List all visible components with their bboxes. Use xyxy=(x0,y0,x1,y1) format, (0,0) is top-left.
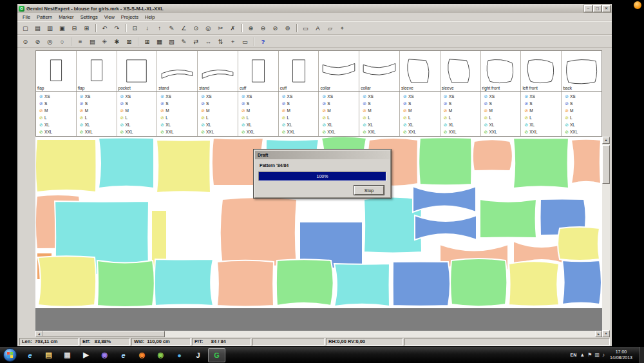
menu-settings[interactable]: Settings xyxy=(77,14,101,20)
size-item-xxl[interactable]: ⊘XXL xyxy=(242,128,278,135)
select-tool-icon[interactable]: ⊡ xyxy=(129,23,140,34)
grid-icon[interactable]: ⊞ xyxy=(142,36,153,46)
delete-tool-icon[interactable]: ✗ xyxy=(227,23,238,34)
size-item-xs[interactable]: ⊘XS xyxy=(363,93,399,100)
nested-piece[interactable] xyxy=(334,264,390,306)
lock-piece-icon[interactable]: ⊠ xyxy=(124,36,135,46)
size-item-s[interactable]: ⊘S xyxy=(403,100,440,107)
size-item-xl[interactable]: ⊘XL xyxy=(565,121,601,128)
size-item-xxl[interactable]: ⊘XXL xyxy=(403,128,440,135)
size-item-s[interactable]: ⊘S xyxy=(160,100,197,107)
nested-piece[interactable] xyxy=(393,262,450,306)
size-item-m[interactable]: ⊘M xyxy=(39,107,76,114)
firefox-icon[interactable]: ◉ xyxy=(133,348,151,362)
pattern-back[interactable]: back xyxy=(562,51,601,91)
size-item-m[interactable]: ⊘M xyxy=(444,107,480,114)
flag-icon[interactable]: ⚑ xyxy=(587,352,592,358)
close-button[interactable]: ✕ xyxy=(602,5,611,12)
size-item-s[interactable]: ⊘S xyxy=(201,100,238,107)
size-item-xxl[interactable]: ⊘XXL xyxy=(282,128,319,135)
nested-piece[interactable] xyxy=(217,260,274,307)
size-item-xs[interactable]: ⊘XS xyxy=(120,93,157,100)
pattern-sleeve[interactable]: sleeve xyxy=(440,51,481,91)
size-item-m[interactable]: ⊘M xyxy=(201,107,238,114)
start-button[interactable] xyxy=(3,348,17,362)
title-bar[interactable]: G Gemini NestExpert - blouse for girls.m… xyxy=(17,4,612,13)
pattern-stand[interactable]: stand xyxy=(198,51,238,91)
size-item-l[interactable]: ⊘L xyxy=(242,114,278,121)
size-item-xl[interactable]: ⊘XL xyxy=(524,121,561,128)
size-item-l[interactable]: ⊘L xyxy=(565,114,601,121)
vertical-scrollbar[interactable]: ▲ ▼ xyxy=(602,137,610,337)
size-item-xs[interactable]: ⊘XS xyxy=(242,93,278,100)
point-tool-icon[interactable]: ⊙ xyxy=(191,23,202,34)
size-item-s[interactable]: ⊘S xyxy=(39,100,76,107)
size-item-xl[interactable]: ⊘XL xyxy=(363,121,399,128)
zoom-previous-icon[interactable]: ⊘ xyxy=(32,36,43,46)
size-item-xs[interactable]: ⊘XS xyxy=(484,93,521,100)
hscroll-thumb[interactable] xyxy=(43,331,165,337)
pattern-sleeve[interactable]: sleeve xyxy=(400,51,440,91)
scroll-right-icon[interactable]: ► xyxy=(595,331,602,337)
java-app-icon[interactable]: J xyxy=(189,348,207,362)
size-item-xs[interactable]: ⊘XS xyxy=(282,93,319,100)
hidden-icons-icon[interactable]: ▲ xyxy=(580,352,585,358)
size-item-m[interactable]: ⊘M xyxy=(363,107,399,114)
redo-icon[interactable]: ↷ xyxy=(111,23,122,34)
network-icon[interactable]: ▥ xyxy=(594,352,600,358)
nested-piece[interactable] xyxy=(450,259,507,306)
zoom-all-icon[interactable]: ◎ xyxy=(44,36,55,46)
stop-button[interactable]: Stop xyxy=(354,186,384,195)
nested-piece[interactable] xyxy=(571,139,601,184)
pattern-flap[interactable]: flap xyxy=(36,51,77,91)
media-library-icon[interactable]: ▦ xyxy=(59,348,76,362)
shape-tool-icon[interactable]: ▱ xyxy=(325,23,336,34)
size-item-xxl[interactable]: ⊘XXL xyxy=(201,128,238,135)
scroll-left-icon[interactable]: ◄ xyxy=(35,331,43,337)
size-item-l[interactable]: ⊘L xyxy=(444,114,480,121)
rotate-tool-icon[interactable]: ◎ xyxy=(203,23,214,34)
size-item-m[interactable]: ⊘M xyxy=(80,107,117,114)
nested-piece[interactable] xyxy=(35,139,96,192)
reference-tool-icon[interactable]: ⌖ xyxy=(337,23,348,34)
vscroll-track[interactable] xyxy=(602,144,610,330)
nested-piece[interactable] xyxy=(99,138,154,188)
add-point-icon[interactable]: + xyxy=(227,36,238,46)
size-item-xl[interactable]: ⊘XL xyxy=(39,121,76,128)
size-item-xl[interactable]: ⊘XL xyxy=(242,121,278,128)
swap-pieces-icon[interactable]: ⇄ xyxy=(191,36,202,46)
gemini-nestexpert-icon[interactable]: G xyxy=(208,348,225,362)
scroll-down-icon[interactable]: ▼ xyxy=(602,330,610,337)
nested-piece[interactable] xyxy=(220,197,297,266)
vscroll-thumb[interactable] xyxy=(602,145,610,184)
size-item-l[interactable]: ⊘L xyxy=(160,114,197,121)
maximize-button[interactable]: ▢ xyxy=(593,5,601,12)
menu-pattern[interactable]: Pattern xyxy=(33,14,55,20)
edit-piece-icon[interactable]: ✎ xyxy=(178,36,189,46)
size-item-xs[interactable]: ⊘XS xyxy=(201,93,238,100)
pattern-cuff[interactable]: cuff xyxy=(238,51,279,91)
import-icon[interactable]: ▥ xyxy=(44,23,55,34)
draw-tool-icon[interactable]: ✎ xyxy=(166,23,177,34)
size-item-xxl[interactable]: ⊘XXL xyxy=(524,128,561,135)
size-item-l[interactable]: ⊘L xyxy=(39,114,76,121)
size-item-xs[interactable]: ⊘XS xyxy=(39,93,76,100)
size-item-xs[interactable]: ⊘XS xyxy=(160,93,197,100)
size-item-xs[interactable]: ⊘XS xyxy=(403,93,440,100)
size-item-m[interactable]: ⊘M xyxy=(565,107,601,114)
size-item-l[interactable]: ⊘L xyxy=(120,114,157,121)
pattern-collar[interactable]: collar xyxy=(319,51,359,91)
zoom-in-icon[interactable]: ⊕ xyxy=(245,23,256,34)
skype-icon[interactable]: ● xyxy=(171,348,188,362)
size-item-xl[interactable]: ⊘XL xyxy=(403,121,440,128)
nested-piece[interactable] xyxy=(480,199,536,238)
internet-explorer-icon[interactable]: e xyxy=(21,348,39,362)
size-item-l[interactable]: ⊘L xyxy=(484,114,521,121)
size-item-xl[interactable]: ⊘XL xyxy=(120,121,157,128)
table-icon[interactable]: ⊞ xyxy=(81,23,92,34)
size-item-xs[interactable]: ⊘XS xyxy=(524,93,561,100)
zoom-selection-icon[interactable]: ⊙ xyxy=(20,36,31,46)
chrome-icon[interactable]: ◉ xyxy=(152,348,169,362)
size-item-l[interactable]: ⊘L xyxy=(322,114,359,121)
measure-tool-icon[interactable]: ▭ xyxy=(300,23,311,34)
